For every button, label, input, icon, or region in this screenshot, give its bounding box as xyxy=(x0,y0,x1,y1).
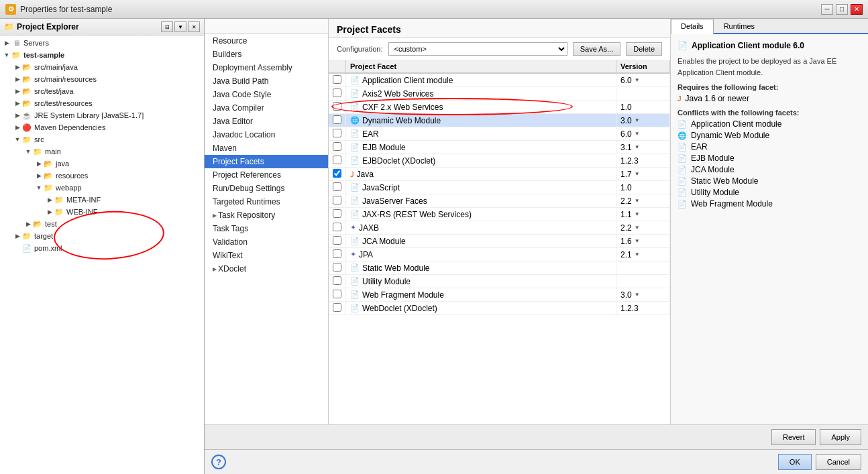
facet-checkbox[interactable] xyxy=(333,303,341,312)
nav-item-code-style[interactable]: Java Code Style xyxy=(205,88,328,101)
chevron-down-icon[interactable]: ▼ xyxy=(635,117,640,123)
chevron-down-icon[interactable]: ▼ xyxy=(635,292,640,298)
nav-search-input[interactable] xyxy=(205,19,328,34)
tab-details[interactable]: Details xyxy=(671,19,714,34)
tree-item-java[interactable]: ▶ 📂 java xyxy=(0,158,204,170)
facet-icon: 📄 xyxy=(350,237,360,245)
explorer-title: 📁 Project Explorer xyxy=(4,22,79,32)
explorer-menu[interactable]: ▼ xyxy=(174,21,186,32)
chevron-down-icon[interactable]: ▼ xyxy=(635,225,640,231)
facet-checkbox[interactable] xyxy=(333,263,341,272)
tree-item-main[interactable]: ▼ 📁 main xyxy=(0,145,204,158)
tree-item-test[interactable]: ▶ 📂 test xyxy=(0,218,204,230)
facet-checkbox[interactable] xyxy=(333,196,341,204)
nav-item-compiler[interactable]: Java Compiler xyxy=(205,101,328,115)
delete-button[interactable]: Delete xyxy=(626,42,662,56)
nav-item-java-build-path[interactable]: Java Build Path xyxy=(205,74,328,88)
facet-checkbox[interactable] xyxy=(333,290,341,298)
tree-item-web-inf[interactable]: ▶ 📁 WEB-INF xyxy=(0,206,204,218)
facet-icon: 📄 xyxy=(350,290,360,299)
minimize-button[interactable]: ─ xyxy=(821,4,833,15)
maximize-button[interactable]: □ xyxy=(836,4,848,15)
nav-item-wikitext[interactable]: WikiText xyxy=(205,249,328,262)
facet-checkbox[interactable] xyxy=(333,182,341,191)
facet-icon: 📄 xyxy=(350,196,360,205)
tree-item-jre[interactable]: ▶ ☕ JRE System Library [JavaSE-1.7] xyxy=(0,109,204,121)
details-section-title: 📄 Application Client module 6.0 xyxy=(677,41,861,50)
explorer-minimize[interactable]: ⊟ xyxy=(161,21,173,32)
conflict-item: 📄 EAR xyxy=(677,142,861,152)
facets-title: Project Facets xyxy=(329,19,670,38)
explorer-close[interactable]: ✕ xyxy=(188,21,200,32)
conflict-icon: 📄 xyxy=(677,200,687,209)
chevron-down-icon[interactable]: ▼ xyxy=(635,238,640,244)
tree-item-resources[interactable]: ▶ 📂 resources xyxy=(0,170,204,182)
tree-item-meta-inf[interactable]: ▶ 📁 META-INF xyxy=(0,194,204,206)
nav-item-xdoclet[interactable]: ▶XDoclet xyxy=(205,262,328,276)
nav-item-task-tags[interactable]: Task Tags xyxy=(205,222,328,235)
save-as-button[interactable]: Save As... xyxy=(573,42,621,56)
facet-checkbox[interactable] xyxy=(333,209,341,218)
apply-button[interactable]: Apply xyxy=(820,429,861,445)
tree-item-src-main-resources[interactable]: ▶ 📂 src/main/resources xyxy=(0,73,204,85)
nav-item-javadoc[interactable]: Javadoc Location xyxy=(205,128,328,141)
facet-checkbox[interactable] xyxy=(333,236,341,245)
conflict-item: 🌐 Dynamic Web Module xyxy=(677,131,861,140)
facet-checkbox[interactable] xyxy=(333,88,341,97)
tree-item-target[interactable]: ▶ 📁 target xyxy=(0,230,204,242)
facet-icon: 📄 xyxy=(350,89,360,98)
facet-checkbox-java[interactable] xyxy=(333,169,341,178)
conflict-item: 📄 Web Fragment Module xyxy=(677,199,861,209)
chevron-down-icon[interactable]: ▼ xyxy=(635,211,640,217)
nav-item-project-references[interactable]: Project References xyxy=(205,168,328,182)
facet-checkbox-dynamic-web[interactable] xyxy=(333,115,341,124)
nav-item-targeted-runtimes[interactable]: Targeted Runtimes xyxy=(205,195,328,209)
table-row: 📄Web Fragment Module 3.0▼ xyxy=(329,288,670,302)
chevron-down-icon[interactable]: ▼ xyxy=(635,77,640,83)
facet-checkbox[interactable] xyxy=(333,75,341,84)
config-select[interactable]: <custom> xyxy=(388,42,567,56)
chevron-down-icon[interactable]: ▼ xyxy=(635,144,640,150)
tree-item-src-main-java[interactable]: ▶ 📂 src/main/java xyxy=(0,61,204,73)
table-row: JJava 1.7▼ xyxy=(329,168,670,181)
nav-item-builders[interactable]: Builders xyxy=(205,48,328,61)
chevron-down-icon[interactable]: ▼ xyxy=(635,171,640,177)
table-row: 📄Utility Module xyxy=(329,275,670,288)
table-row: 📄EAR 6.0▼ xyxy=(329,127,670,141)
chevron-down-icon[interactable]: ▼ xyxy=(635,198,640,204)
chevron-down-icon[interactable]: ▼ xyxy=(635,131,640,137)
tree-item-src-test-java[interactable]: ▶ 📂 src/test/java xyxy=(0,85,204,97)
close-button[interactable]: ✕ xyxy=(851,4,863,15)
ok-button[interactable]: OK xyxy=(778,454,812,470)
nav-item-task-repository[interactable]: ▶Task Repository xyxy=(205,209,328,222)
facet-checkbox[interactable] xyxy=(333,129,341,137)
nav-item-deployment[interactable]: Deployment Assembly xyxy=(205,61,328,74)
tree-item-servers[interactable]: ▶ 🖥 Servers xyxy=(0,37,204,49)
nav-item-run-debug[interactable]: Run/Debug Settings xyxy=(205,182,328,195)
chevron-down-icon[interactable]: ▼ xyxy=(635,251,640,257)
nav-item-maven[interactable]: Maven xyxy=(205,141,328,155)
nav-item-validation[interactable]: Validation xyxy=(205,235,328,249)
help-button[interactable]: ? xyxy=(211,455,226,469)
facet-checkbox[interactable] xyxy=(333,156,341,164)
facet-checkbox[interactable] xyxy=(333,249,341,258)
tab-runtimes[interactable]: Runtimes xyxy=(714,19,765,33)
facet-checkbox[interactable] xyxy=(333,276,341,285)
tree-item-src[interactable]: ▼ 📁 src xyxy=(0,133,204,145)
facet-checkbox[interactable] xyxy=(333,223,341,231)
nav-item-project-facets[interactable]: Project Facets xyxy=(205,155,328,168)
revert-button[interactable]: Revert xyxy=(771,429,816,445)
nav-item-resource[interactable]: Resource xyxy=(205,34,328,48)
tree-item-pom[interactable]: ▶ 📄 pom.xml xyxy=(0,242,204,254)
tree-item-maven[interactable]: ▶ 🔴 Maven Dependencies xyxy=(0,121,204,133)
tree-item-test-sample[interactable]: ▼ 📁 test-sample xyxy=(0,49,204,61)
facets-area: Project Facets Configuration: <custom> S… xyxy=(329,19,670,424)
tree-item-webapp[interactable]: ▼ 📁 webapp xyxy=(0,182,204,194)
dialog-icon: ⚙ xyxy=(5,4,16,15)
facet-checkbox[interactable] xyxy=(333,102,341,111)
facet-checkbox[interactable] xyxy=(333,142,341,151)
tree-item-src-test-resources[interactable]: ▶ 📂 src/test/resources xyxy=(0,97,204,109)
cancel-button[interactable]: Cancel xyxy=(816,454,861,470)
nav-item-editor[interactable]: Java Editor xyxy=(205,115,328,128)
conflict-item: 📄 Static Web Module xyxy=(677,176,861,186)
